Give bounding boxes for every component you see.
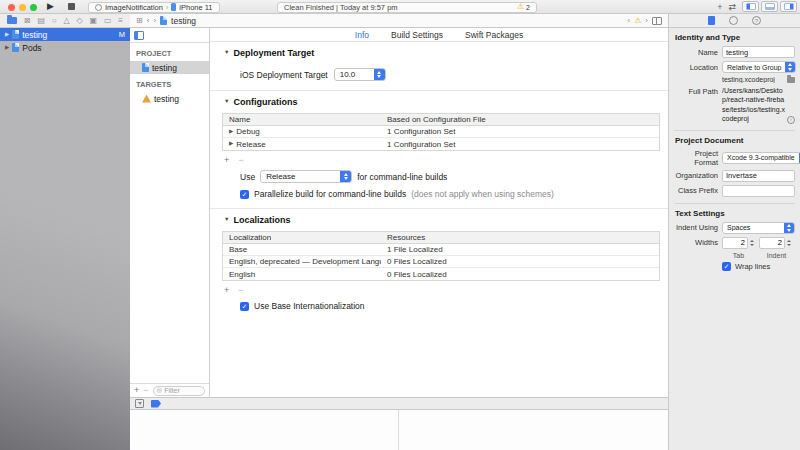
disclosure-open-icon[interactable]: ▼: [224, 217, 229, 223]
tab-build-settings[interactable]: Build Settings: [391, 30, 443, 40]
disclosure-icon[interactable]: ▶: [229, 129, 233, 135]
use-base-internationalization-checkbox[interactable]: ✓: [240, 302, 249, 311]
config-name: Release: [236, 140, 265, 149]
back-button[interactable]: ‹: [147, 16, 150, 25]
full-path-label: Full Path: [674, 86, 718, 96]
table-row-debug[interactable]: ▶Debug 1 Configuration Set: [223, 126, 659, 138]
project-file-icon: [12, 30, 19, 39]
tab-info[interactable]: Info: [355, 30, 369, 40]
configurations-section-header[interactable]: ▼ Configurations: [210, 91, 668, 109]
target-row-testing[interactable]: testing: [130, 92, 209, 105]
breakpoints-toggle-icon[interactable]: [151, 400, 161, 408]
popup-value: Release: [261, 172, 307, 181]
remove-configuration-button[interactable]: −: [238, 156, 243, 165]
filter-field[interactable]: ◎: [153, 386, 205, 396]
toggle-inspector-button[interactable]: [780, 1, 797, 12]
table-row-english-deprecated[interactable]: English, deprecated — Development Langua…: [223, 256, 659, 268]
project-format-popup[interactable]: Xcode 9.3-compatible: [722, 152, 800, 164]
reveal-in-finder-icon[interactable]: ›: [787, 116, 795, 124]
ios-deployment-target-popup[interactable]: 10.0: [334, 68, 386, 81]
source-control-navigator-icon[interactable]: ⊠: [24, 17, 31, 25]
warning-badge[interactable]: ⚠ 2: [517, 3, 530, 11]
editor-arrows-button[interactable]: ⇄: [728, 2, 736, 12]
jump-bar: ⊞ ‹ › testing ‹ ⚠ ›: [130, 14, 668, 28]
filter-input[interactable]: [164, 387, 201, 394]
disclosure-open-icon[interactable]: ▼: [224, 50, 229, 56]
find-navigator-icon[interactable]: ○: [52, 17, 57, 25]
column-header-resources[interactable]: Resources: [381, 233, 659, 242]
class-prefix-field[interactable]: [722, 185, 795, 197]
related-items-icon[interactable]: ⊞: [136, 16, 143, 25]
table-row-release[interactable]: ▶Release 1 Configuration Set: [223, 138, 659, 150]
indent-width-field[interactable]: [759, 237, 785, 249]
disclosure-icon[interactable]: ▶: [229, 141, 233, 147]
run-button[interactable]: ▶: [47, 1, 54, 11]
breakpoint-navigator-icon[interactable]: ▭: [104, 17, 112, 25]
choose-location-folder-icon[interactable]: [787, 77, 795, 83]
report-navigator-icon[interactable]: ≡: [118, 17, 123, 25]
disclosure-icon[interactable]: ▶: [5, 45, 9, 51]
stepper-arrows-icon[interactable]: [787, 240, 791, 246]
debug-pane-icon: [765, 3, 775, 10]
localizations-section-header[interactable]: ▼ Localizations: [210, 209, 668, 227]
editor-options-icon[interactable]: [652, 17, 662, 25]
location-popup[interactable]: Relative to Group: [722, 61, 796, 73]
toggle-debug-area-button[interactable]: [761, 1, 778, 12]
remove-target-button[interactable]: −: [143, 386, 148, 395]
parallelize-checkbox[interactable]: ✓: [240, 190, 249, 199]
table-row-english[interactable]: English 0 Files Localized: [223, 268, 659, 280]
name-field[interactable]: [722, 46, 795, 58]
add-configuration-button[interactable]: +: [224, 156, 229, 165]
disclosure-icon[interactable]: ▶: [5, 32, 9, 38]
quick-help-icon[interactable]: ?: [752, 16, 761, 25]
symbol-navigator-icon[interactable]: ▤: [37, 17, 45, 25]
hide-debug-area-icon[interactable]: [135, 399, 144, 408]
navigator-item-pods[interactable]: ▶ Pods: [0, 41, 130, 54]
minimize-button[interactable]: [19, 4, 26, 11]
toggle-navigator-button[interactable]: [742, 1, 759, 12]
stepper-arrows-icon[interactable]: [750, 240, 754, 246]
remove-localization-button[interactable]: −: [238, 286, 243, 295]
debug-navigator-icon[interactable]: ▣: [89, 17, 97, 25]
forward-button[interactable]: ›: [153, 16, 156, 25]
scheme-target-label: ImageNotification: [105, 3, 163, 12]
command-line-config-popup[interactable]: Release: [260, 170, 352, 183]
show-projects-targets-icon[interactable]: [134, 31, 144, 40]
close-button[interactable]: [8, 4, 15, 11]
add-target-button[interactable]: +: [134, 386, 139, 395]
tab-swift-packages[interactable]: Swift Packages: [465, 30, 523, 40]
tab-width-field[interactable]: [722, 237, 748, 249]
previous-issue-button[interactable]: ‹: [627, 16, 630, 25]
navigator-item-label: Pods: [22, 43, 41, 53]
organization-field[interactable]: [722, 170, 795, 182]
column-header-localization[interactable]: Localization: [223, 233, 381, 242]
table-row-base[interactable]: Base 1 File Localized: [223, 244, 659, 256]
wrap-lines-checkbox[interactable]: ✓: [722, 262, 731, 271]
test-navigator-icon[interactable]: ◇: [76, 17, 82, 25]
zoom-button[interactable]: [30, 4, 37, 11]
panel-filter-bar: + − ◎: [130, 383, 209, 397]
file-inspector-icon[interactable]: [708, 16, 715, 25]
disclosure-open-icon[interactable]: ▼: [224, 99, 229, 105]
deployment-target-section-header[interactable]: ▼ Deployment Target: [210, 42, 668, 60]
indent-width-stepper[interactable]: [759, 237, 791, 249]
scheme-selector[interactable]: ImageNotification › iPhone 11: [88, 2, 220, 13]
column-header-name[interactable]: Name: [223, 115, 381, 124]
popup-value: Relative to Group: [723, 64, 785, 71]
tab-width-stepper[interactable]: [722, 237, 754, 249]
issue-warning-icon[interactable]: ⚠: [634, 17, 641, 25]
next-issue-button[interactable]: ›: [645, 16, 648, 25]
stop-button[interactable]: [68, 3, 75, 10]
debug-area-divider[interactable]: [398, 410, 399, 450]
project-navigator-icon[interactable]: [7, 17, 17, 24]
navigator-item-testing[interactable]: ▶ testing M: [0, 28, 130, 41]
column-header-based-on[interactable]: Based on Configuration File: [381, 115, 659, 124]
add-localization-button[interactable]: +: [224, 286, 229, 295]
navigator-pane-icon: [746, 3, 756, 10]
issue-navigator-icon[interactable]: △: [63, 17, 69, 25]
library-add-button[interactable]: +: [717, 2, 722, 12]
indent-using-popup[interactable]: Spaces: [722, 222, 795, 234]
jump-bar-file[interactable]: testing: [171, 16, 196, 26]
history-inspector-icon[interactable]: [729, 16, 738, 25]
project-row-testing[interactable]: testing: [130, 61, 209, 74]
